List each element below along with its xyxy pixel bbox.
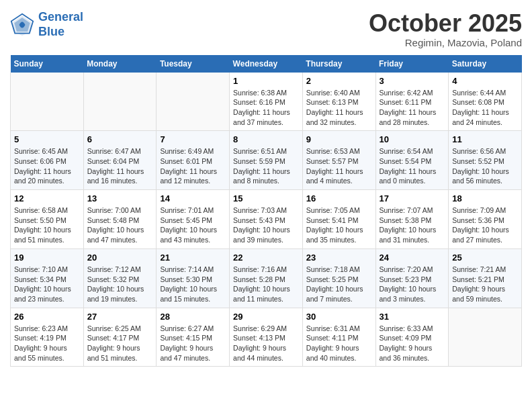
day-number: 2 bbox=[306, 76, 372, 86]
calendar-cell: 22Sunrise: 7:16 AM Sunset: 5:28 PM Dayli… bbox=[230, 248, 303, 308]
day-number: 20 bbox=[87, 253, 153, 263]
day-content: Sunrise: 7:12 AM Sunset: 5:32 PM Dayligh… bbox=[87, 265, 153, 304]
day-content: Sunrise: 6:42 AM Sunset: 6:11 PM Dayligh… bbox=[380, 88, 445, 128]
calendar-cell: 20Sunrise: 7:12 AM Sunset: 5:32 PM Dayli… bbox=[83, 248, 157, 308]
day-number: 26 bbox=[14, 312, 80, 322]
week-row-1: 1Sunrise: 6:38 AM Sunset: 6:16 PM Daylig… bbox=[11, 73, 522, 131]
week-row-5: 26Sunrise: 6:23 AM Sunset: 4:19 PM Dayli… bbox=[11, 308, 522, 367]
day-content: Sunrise: 7:03 AM Sunset: 5:43 PM Dayligh… bbox=[233, 205, 299, 245]
day-number: 21 bbox=[160, 253, 226, 263]
calendar-cell: 31Sunrise: 6:33 AM Sunset: 4:09 PM Dayli… bbox=[375, 308, 449, 367]
day-number: 19 bbox=[14, 253, 80, 263]
day-content: Sunrise: 6:31 AM Sunset: 4:11 PM Dayligh… bbox=[306, 324, 372, 363]
location-subtitle: Regimin, Mazovia, Poland bbox=[369, 37, 522, 48]
day-header-sunday: Sunday bbox=[11, 55, 84, 73]
day-content: Sunrise: 6:54 AM Sunset: 5:54 PM Dayligh… bbox=[380, 146, 445, 186]
calendar-table: SundayMondayTuesdayWednesdayThursdayFrid… bbox=[10, 55, 522, 367]
day-number: 27 bbox=[87, 312, 153, 322]
day-number: 1 bbox=[233, 76, 299, 86]
calendar-cell: 17Sunrise: 7:07 AM Sunset: 5:38 PM Dayli… bbox=[375, 190, 449, 249]
day-content: Sunrise: 7:16 AM Sunset: 5:28 PM Dayligh… bbox=[233, 265, 299, 304]
day-content: Sunrise: 7:18 AM Sunset: 5:25 PM Dayligh… bbox=[306, 265, 372, 304]
calendar-cell: 10Sunrise: 6:54 AM Sunset: 5:54 PM Dayli… bbox=[375, 131, 449, 190]
day-content: Sunrise: 6:29 AM Sunset: 4:13 PM Dayligh… bbox=[233, 324, 299, 363]
day-number: 28 bbox=[160, 312, 226, 322]
day-header-tuesday: Tuesday bbox=[157, 55, 230, 73]
calendar-cell: 19Sunrise: 7:10 AM Sunset: 5:34 PM Dayli… bbox=[11, 248, 84, 308]
day-number: 23 bbox=[306, 253, 372, 263]
days-header-row: SundayMondayTuesdayWednesdayThursdayFrid… bbox=[11, 55, 522, 73]
day-content: Sunrise: 6:49 AM Sunset: 6:01 PM Dayligh… bbox=[160, 146, 226, 186]
calendar-cell: 27Sunrise: 6:25 AM Sunset: 4:17 PM Dayli… bbox=[83, 308, 157, 367]
day-content: Sunrise: 6:33 AM Sunset: 4:09 PM Dayligh… bbox=[380, 324, 445, 363]
day-content: Sunrise: 7:00 AM Sunset: 5:48 PM Dayligh… bbox=[87, 205, 153, 245]
calendar-cell: 12Sunrise: 6:58 AM Sunset: 5:50 PM Dayli… bbox=[11, 190, 84, 249]
calendar-cell: 28Sunrise: 6:27 AM Sunset: 4:15 PM Dayli… bbox=[157, 308, 230, 367]
day-number: 3 bbox=[380, 76, 445, 86]
week-row-3: 12Sunrise: 6:58 AM Sunset: 5:50 PM Dayli… bbox=[11, 190, 522, 249]
day-number: 4 bbox=[452, 76, 518, 86]
calendar-cell: 6Sunrise: 6:47 AM Sunset: 6:04 PM Daylig… bbox=[83, 131, 157, 190]
calendar-cell: 24Sunrise: 7:20 AM Sunset: 5:23 PM Dayli… bbox=[375, 248, 449, 308]
day-content: Sunrise: 7:07 AM Sunset: 5:38 PM Dayligh… bbox=[380, 205, 445, 245]
day-number: 30 bbox=[306, 312, 372, 322]
calendar-cell: 8Sunrise: 6:51 AM Sunset: 5:59 PM Daylig… bbox=[230, 131, 303, 190]
calendar-cell: 15Sunrise: 7:03 AM Sunset: 5:43 PM Dayli… bbox=[230, 190, 303, 249]
day-content: Sunrise: 6:40 AM Sunset: 6:13 PM Dayligh… bbox=[306, 88, 372, 128]
day-number: 8 bbox=[233, 134, 299, 144]
month-title: October 2025 bbox=[369, 10, 522, 37]
day-content: Sunrise: 7:21 AM Sunset: 5:21 PM Dayligh… bbox=[452, 265, 518, 304]
day-number: 16 bbox=[306, 193, 372, 203]
calendar-cell: 7Sunrise: 6:49 AM Sunset: 6:01 PM Daylig… bbox=[157, 131, 230, 190]
day-number: 15 bbox=[233, 193, 299, 203]
week-row-4: 19Sunrise: 7:10 AM Sunset: 5:34 PM Dayli… bbox=[11, 248, 522, 308]
calendar-cell: 21Sunrise: 7:14 AM Sunset: 5:30 PM Dayli… bbox=[157, 248, 230, 308]
calendar-cell: 23Sunrise: 7:18 AM Sunset: 5:25 PM Dayli… bbox=[302, 248, 375, 308]
day-content: Sunrise: 7:14 AM Sunset: 5:30 PM Dayligh… bbox=[160, 265, 226, 304]
day-number: 12 bbox=[14, 193, 80, 203]
calendar-cell: 16Sunrise: 7:05 AM Sunset: 5:41 PM Dayli… bbox=[302, 190, 375, 249]
logo-icon bbox=[10, 13, 34, 37]
day-number: 18 bbox=[452, 193, 518, 203]
day-content: Sunrise: 6:27 AM Sunset: 4:15 PM Dayligh… bbox=[160, 324, 226, 363]
day-content: Sunrise: 6:23 AM Sunset: 4:19 PM Dayligh… bbox=[14, 324, 80, 363]
calendar-cell: 29Sunrise: 6:29 AM Sunset: 4:13 PM Dayli… bbox=[230, 308, 303, 367]
calendar-cell bbox=[11, 73, 84, 131]
day-header-thursday: Thursday bbox=[302, 55, 375, 73]
day-number: 6 bbox=[87, 134, 153, 144]
day-content: Sunrise: 7:20 AM Sunset: 5:23 PM Dayligh… bbox=[380, 265, 445, 304]
day-content: Sunrise: 6:51 AM Sunset: 5:59 PM Dayligh… bbox=[233, 146, 299, 186]
day-number: 24 bbox=[380, 253, 445, 263]
calendar-cell: 25Sunrise: 7:21 AM Sunset: 5:21 PM Dayli… bbox=[449, 248, 522, 308]
day-number: 11 bbox=[452, 134, 518, 144]
day-content: Sunrise: 6:38 AM Sunset: 6:16 PM Dayligh… bbox=[233, 88, 299, 128]
logo-blue: Blue bbox=[38, 25, 64, 38]
page-header: General Blue October 2025 Regimin, Mazov… bbox=[10, 10, 522, 48]
day-header-saturday: Saturday bbox=[449, 55, 522, 73]
day-content: Sunrise: 6:58 AM Sunset: 5:50 PM Dayligh… bbox=[14, 205, 80, 245]
day-number: 9 bbox=[306, 134, 372, 144]
day-header-monday: Monday bbox=[83, 55, 157, 73]
week-row-2: 5Sunrise: 6:45 AM Sunset: 6:06 PM Daylig… bbox=[11, 131, 522, 190]
day-number: 25 bbox=[452, 253, 518, 263]
calendar-cell: 2Sunrise: 6:40 AM Sunset: 6:13 PM Daylig… bbox=[302, 73, 375, 131]
day-number: 7 bbox=[160, 134, 226, 144]
day-content: Sunrise: 7:10 AM Sunset: 5:34 PM Dayligh… bbox=[14, 265, 80, 304]
day-content: Sunrise: 7:05 AM Sunset: 5:41 PM Dayligh… bbox=[306, 205, 372, 245]
day-content: Sunrise: 6:56 AM Sunset: 5:52 PM Dayligh… bbox=[452, 146, 518, 186]
calendar-cell: 18Sunrise: 7:09 AM Sunset: 5:36 PM Dayli… bbox=[449, 190, 522, 249]
calendar-cell: 9Sunrise: 6:53 AM Sunset: 5:57 PM Daylig… bbox=[302, 131, 375, 190]
day-content: Sunrise: 6:44 AM Sunset: 6:08 PM Dayligh… bbox=[452, 88, 518, 128]
calendar-cell: 5Sunrise: 6:45 AM Sunset: 6:06 PM Daylig… bbox=[11, 131, 84, 190]
calendar-cell: 26Sunrise: 6:23 AM Sunset: 4:19 PM Dayli… bbox=[11, 308, 84, 367]
day-number: 10 bbox=[380, 134, 445, 144]
calendar-cell: 11Sunrise: 6:56 AM Sunset: 5:52 PM Dayli… bbox=[449, 131, 522, 190]
logo: General Blue bbox=[10, 10, 83, 39]
calendar-cell bbox=[449, 308, 522, 367]
day-content: Sunrise: 6:47 AM Sunset: 6:04 PM Dayligh… bbox=[87, 146, 153, 186]
day-content: Sunrise: 7:01 AM Sunset: 5:45 PM Dayligh… bbox=[160, 205, 226, 245]
logo-general: General bbox=[38, 10, 83, 24]
day-number: 17 bbox=[380, 193, 445, 203]
day-header-friday: Friday bbox=[375, 55, 449, 73]
day-content: Sunrise: 6:45 AM Sunset: 6:06 PM Dayligh… bbox=[14, 146, 80, 186]
